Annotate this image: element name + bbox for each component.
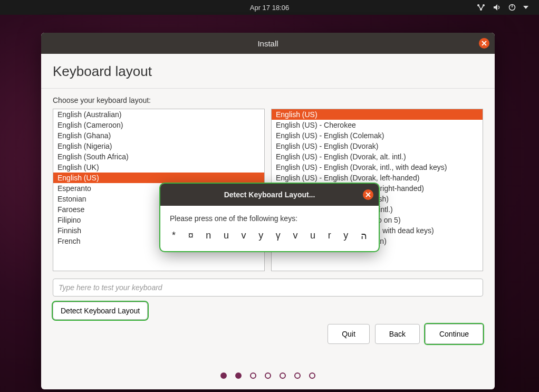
list-item[interactable]: English (Nigeria) bbox=[53, 141, 264, 151]
key-option[interactable]: n bbox=[206, 230, 211, 242]
list-item[interactable]: English (US) - English (Dvorak, intl., w… bbox=[272, 162, 483, 173]
dialog-message: Please press one of the following keys: bbox=[170, 214, 369, 223]
continue-button[interactable]: Continue bbox=[425, 324, 483, 344]
layout-prompt: Choose your keyboard layout: bbox=[53, 96, 483, 104]
key-options: *¤nuvyγvuryה bbox=[170, 230, 369, 242]
key-option[interactable]: ¤ bbox=[188, 230, 194, 242]
key-option[interactable]: u bbox=[310, 230, 315, 242]
list-item[interactable]: English (US) - English (Colemak) bbox=[272, 130, 483, 141]
step-dot bbox=[280, 372, 286, 379]
list-item[interactable]: English (US) - Cherokee bbox=[272, 120, 483, 130]
clock: Apr 17 18:06 bbox=[250, 4, 289, 12]
list-item[interactable]: English (US) - English (Dvorak, alt. int… bbox=[272, 151, 483, 162]
list-item[interactable]: English (Australian) bbox=[53, 109, 264, 120]
window-title: Install bbox=[257, 39, 278, 48]
key-option[interactable]: v bbox=[293, 230, 297, 242]
window-close-button[interactable] bbox=[479, 38, 489, 49]
dialog-close-button[interactable] bbox=[363, 189, 373, 200]
key-option[interactable]: v bbox=[242, 230, 246, 242]
key-option[interactable]: γ bbox=[276, 230, 281, 242]
dropdown-icon[interactable] bbox=[523, 6, 528, 9]
step-dot bbox=[235, 372, 242, 379]
list-item[interactable]: English (US) - English (Dvorak, left-han… bbox=[272, 173, 483, 183]
step-dot bbox=[294, 372, 301, 379]
list-item[interactable]: English (US) - English (Dvorak) bbox=[272, 141, 483, 151]
key-option[interactable]: r bbox=[328, 230, 331, 242]
list-item[interactable]: English (Cameroon) bbox=[53, 120, 264, 130]
key-option[interactable]: u bbox=[224, 230, 229, 242]
status-icons bbox=[477, 4, 528, 11]
step-dot bbox=[250, 372, 256, 379]
key-option[interactable]: ה bbox=[361, 230, 367, 242]
volume-icon[interactable] bbox=[493, 4, 501, 11]
quit-button[interactable]: Quit bbox=[328, 324, 370, 344]
detect-keyboard-button[interactable]: Detect Keyboard Layout bbox=[53, 302, 148, 320]
list-item[interactable]: English (US) bbox=[272, 109, 483, 120]
back-button[interactable]: Back bbox=[375, 324, 420, 344]
key-option[interactable]: * bbox=[172, 230, 176, 242]
list-item[interactable]: English (South Africa) bbox=[53, 151, 264, 162]
divider bbox=[41, 88, 495, 89]
key-option[interactable]: y bbox=[258, 230, 263, 242]
dialog-title: Detect Keyboard Layout... bbox=[224, 190, 315, 199]
key-option[interactable]: y bbox=[343, 230, 348, 242]
step-dot bbox=[309, 372, 315, 379]
power-icon[interactable] bbox=[508, 4, 516, 11]
list-item[interactable]: English (Ghana) bbox=[53, 130, 264, 141]
window-titlebar: Install bbox=[41, 33, 495, 54]
step-dot bbox=[220, 372, 227, 379]
keyboard-test-input[interactable] bbox=[53, 279, 483, 297]
list-item[interactable]: English (US) bbox=[53, 173, 264, 183]
page-title: Keyboard layout bbox=[53, 63, 483, 80]
dialog-titlebar: Detect Keyboard Layout... bbox=[160, 184, 379, 206]
network-icon[interactable] bbox=[477, 4, 485, 11]
list-item[interactable]: English (UK) bbox=[53, 162, 264, 173]
system-topbar: Apr 17 18:06 bbox=[0, 0, 539, 15]
step-dot bbox=[265, 372, 271, 379]
detect-keyboard-dialog: Detect Keyboard Layout... Please press o… bbox=[160, 184, 379, 251]
progress-dots bbox=[41, 372, 495, 379]
